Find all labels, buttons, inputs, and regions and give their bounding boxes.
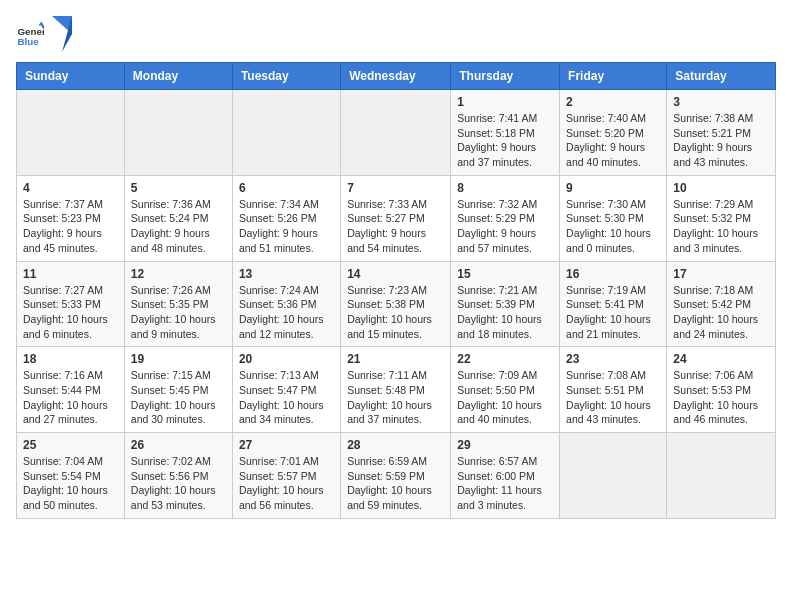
day-info: Sunrise: 7:24 AM Sunset: 5:36 PM Dayligh…: [239, 283, 334, 342]
calendar-cell: [17, 90, 125, 176]
day-number: 7: [347, 181, 444, 195]
day-number: 12: [131, 267, 226, 281]
calendar-cell: 3Sunrise: 7:38 AM Sunset: 5:21 PM Daylig…: [667, 90, 776, 176]
day-number: 18: [23, 352, 118, 366]
day-number: 4: [23, 181, 118, 195]
day-number: 2: [566, 95, 660, 109]
day-info: Sunrise: 7:41 AM Sunset: 5:18 PM Dayligh…: [457, 111, 553, 170]
calendar-cell: 14Sunrise: 7:23 AM Sunset: 5:38 PM Dayli…: [341, 261, 451, 347]
day-number: 13: [239, 267, 334, 281]
day-info: Sunrise: 7:11 AM Sunset: 5:48 PM Dayligh…: [347, 368, 444, 427]
calendar-cell: 12Sunrise: 7:26 AM Sunset: 5:35 PM Dayli…: [124, 261, 232, 347]
calendar-cell: 11Sunrise: 7:27 AM Sunset: 5:33 PM Dayli…: [17, 261, 125, 347]
calendar-cell: 17Sunrise: 7:18 AM Sunset: 5:42 PM Dayli…: [667, 261, 776, 347]
calendar-cell: [560, 433, 667, 519]
column-header-sunday: Sunday: [17, 63, 125, 90]
logo: General Blue: [16, 16, 72, 52]
day-info: Sunrise: 7:01 AM Sunset: 5:57 PM Dayligh…: [239, 454, 334, 513]
day-info: Sunrise: 7:32 AM Sunset: 5:29 PM Dayligh…: [457, 197, 553, 256]
day-number: 16: [566, 267, 660, 281]
logo-icon: General Blue: [16, 20, 44, 48]
calendar-cell: [124, 90, 232, 176]
day-info: Sunrise: 7:38 AM Sunset: 5:21 PM Dayligh…: [673, 111, 769, 170]
calendar-cell: [232, 90, 340, 176]
day-number: 8: [457, 181, 553, 195]
day-info: Sunrise: 7:18 AM Sunset: 5:42 PM Dayligh…: [673, 283, 769, 342]
column-header-monday: Monday: [124, 63, 232, 90]
day-number: 11: [23, 267, 118, 281]
day-info: Sunrise: 7:08 AM Sunset: 5:51 PM Dayligh…: [566, 368, 660, 427]
calendar-cell: 10Sunrise: 7:29 AM Sunset: 5:32 PM Dayli…: [667, 175, 776, 261]
day-number: 3: [673, 95, 769, 109]
day-number: 14: [347, 267, 444, 281]
calendar-cell: 5Sunrise: 7:36 AM Sunset: 5:24 PM Daylig…: [124, 175, 232, 261]
day-info: Sunrise: 7:15 AM Sunset: 5:45 PM Dayligh…: [131, 368, 226, 427]
svg-marker-2: [38, 21, 44, 25]
column-header-saturday: Saturday: [667, 63, 776, 90]
calendar-header-row: SundayMondayTuesdayWednesdayThursdayFrid…: [17, 63, 776, 90]
calendar-cell: 7Sunrise: 7:33 AM Sunset: 5:27 PM Daylig…: [341, 175, 451, 261]
calendar-cell: 6Sunrise: 7:34 AM Sunset: 5:26 PM Daylig…: [232, 175, 340, 261]
calendar-cell: 4Sunrise: 7:37 AM Sunset: 5:23 PM Daylig…: [17, 175, 125, 261]
calendar-cell: 29Sunrise: 6:57 AM Sunset: 6:00 PM Dayli…: [451, 433, 560, 519]
day-info: Sunrise: 7:13 AM Sunset: 5:47 PM Dayligh…: [239, 368, 334, 427]
day-number: 22: [457, 352, 553, 366]
day-info: Sunrise: 7:40 AM Sunset: 5:20 PM Dayligh…: [566, 111, 660, 170]
day-info: Sunrise: 7:30 AM Sunset: 5:30 PM Dayligh…: [566, 197, 660, 256]
day-number: 23: [566, 352, 660, 366]
calendar-cell: 9Sunrise: 7:30 AM Sunset: 5:30 PM Daylig…: [560, 175, 667, 261]
calendar-cell: 25Sunrise: 7:04 AM Sunset: 5:54 PM Dayli…: [17, 433, 125, 519]
day-number: 21: [347, 352, 444, 366]
calendar-cell: 24Sunrise: 7:06 AM Sunset: 5:53 PM Dayli…: [667, 347, 776, 433]
day-info: Sunrise: 7:27 AM Sunset: 5:33 PM Dayligh…: [23, 283, 118, 342]
logo-triangle-icon: [52, 16, 72, 52]
calendar-table: SundayMondayTuesdayWednesdayThursdayFrid…: [16, 62, 776, 519]
calendar-cell: 20Sunrise: 7:13 AM Sunset: 5:47 PM Dayli…: [232, 347, 340, 433]
calendar-cell: 15Sunrise: 7:21 AM Sunset: 5:39 PM Dayli…: [451, 261, 560, 347]
calendar-cell: 8Sunrise: 7:32 AM Sunset: 5:29 PM Daylig…: [451, 175, 560, 261]
day-number: 15: [457, 267, 553, 281]
day-number: 20: [239, 352, 334, 366]
day-info: Sunrise: 7:26 AM Sunset: 5:35 PM Dayligh…: [131, 283, 226, 342]
calendar-cell: 18Sunrise: 7:16 AM Sunset: 5:44 PM Dayli…: [17, 347, 125, 433]
day-number: 29: [457, 438, 553, 452]
calendar-cell: 13Sunrise: 7:24 AM Sunset: 5:36 PM Dayli…: [232, 261, 340, 347]
calendar-week-row: 1Sunrise: 7:41 AM Sunset: 5:18 PM Daylig…: [17, 90, 776, 176]
day-number: 25: [23, 438, 118, 452]
calendar-week-row: 4Sunrise: 7:37 AM Sunset: 5:23 PM Daylig…: [17, 175, 776, 261]
day-info: Sunrise: 6:59 AM Sunset: 5:59 PM Dayligh…: [347, 454, 444, 513]
calendar-cell: [341, 90, 451, 176]
day-info: Sunrise: 7:21 AM Sunset: 5:39 PM Dayligh…: [457, 283, 553, 342]
column-header-wednesday: Wednesday: [341, 63, 451, 90]
day-number: 28: [347, 438, 444, 452]
calendar-cell: 28Sunrise: 6:59 AM Sunset: 5:59 PM Dayli…: [341, 433, 451, 519]
day-info: Sunrise: 7:36 AM Sunset: 5:24 PM Dayligh…: [131, 197, 226, 256]
column-header-tuesday: Tuesday: [232, 63, 340, 90]
calendar-cell: 16Sunrise: 7:19 AM Sunset: 5:41 PM Dayli…: [560, 261, 667, 347]
day-info: Sunrise: 7:16 AM Sunset: 5:44 PM Dayligh…: [23, 368, 118, 427]
day-info: Sunrise: 6:57 AM Sunset: 6:00 PM Dayligh…: [457, 454, 553, 513]
calendar-cell: 26Sunrise: 7:02 AM Sunset: 5:56 PM Dayli…: [124, 433, 232, 519]
calendar-cell: 27Sunrise: 7:01 AM Sunset: 5:57 PM Dayli…: [232, 433, 340, 519]
day-info: Sunrise: 7:06 AM Sunset: 5:53 PM Dayligh…: [673, 368, 769, 427]
day-number: 17: [673, 267, 769, 281]
calendar-cell: 2Sunrise: 7:40 AM Sunset: 5:20 PM Daylig…: [560, 90, 667, 176]
calendar-cell: 1Sunrise: 7:41 AM Sunset: 5:18 PM Daylig…: [451, 90, 560, 176]
day-number: 27: [239, 438, 334, 452]
calendar-cell: 23Sunrise: 7:08 AM Sunset: 5:51 PM Dayli…: [560, 347, 667, 433]
calendar-cell: 21Sunrise: 7:11 AM Sunset: 5:48 PM Dayli…: [341, 347, 451, 433]
day-info: Sunrise: 7:29 AM Sunset: 5:32 PM Dayligh…: [673, 197, 769, 256]
calendar-cell: 19Sunrise: 7:15 AM Sunset: 5:45 PM Dayli…: [124, 347, 232, 433]
day-number: 10: [673, 181, 769, 195]
day-info: Sunrise: 7:23 AM Sunset: 5:38 PM Dayligh…: [347, 283, 444, 342]
day-info: Sunrise: 7:04 AM Sunset: 5:54 PM Dayligh…: [23, 454, 118, 513]
day-info: Sunrise: 7:34 AM Sunset: 5:26 PM Dayligh…: [239, 197, 334, 256]
day-info: Sunrise: 7:09 AM Sunset: 5:50 PM Dayligh…: [457, 368, 553, 427]
day-info: Sunrise: 7:19 AM Sunset: 5:41 PM Dayligh…: [566, 283, 660, 342]
day-number: 24: [673, 352, 769, 366]
svg-text:Blue: Blue: [17, 36, 39, 47]
column-header-thursday: Thursday: [451, 63, 560, 90]
calendar-week-row: 25Sunrise: 7:04 AM Sunset: 5:54 PM Dayli…: [17, 433, 776, 519]
day-number: 19: [131, 352, 226, 366]
calendar-week-row: 11Sunrise: 7:27 AM Sunset: 5:33 PM Dayli…: [17, 261, 776, 347]
